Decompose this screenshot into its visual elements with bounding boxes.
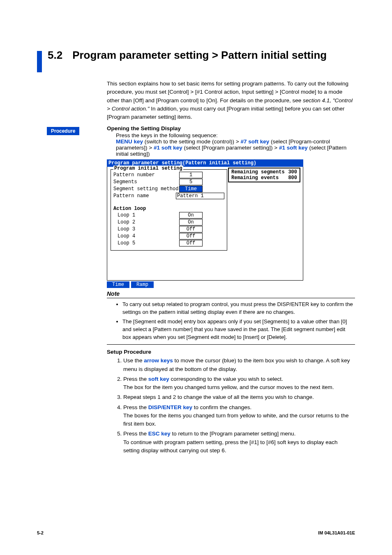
key-sequence: MENU key (switch to the setting mode (co… — [116, 138, 355, 157]
accent-bar — [37, 51, 42, 72]
procedure-tag: Procedure — [47, 127, 79, 135]
loop2-value[interactable]: On — [179, 219, 203, 226]
section-number: 5.2 — [48, 49, 62, 61]
loop4-value[interactable]: Off — [179, 233, 203, 240]
remaining-segments-value: 300 — [285, 169, 297, 175]
screen-body: Remaining segments 300 Remaining events … — [107, 167, 303, 281]
disp-enter-key: DISP/ENTER key — [148, 404, 192, 410]
loop5-value[interactable]: Off — [179, 240, 203, 246]
section-title: Program parameter setting > Pattern init… — [72, 49, 327, 62]
remaining-segments-label: Remaining segments — [231, 169, 285, 175]
intro-paragraph: This section explains how to set basic i… — [107, 80, 355, 121]
group-title: Program initial setting — [113, 166, 183, 171]
seg-method-value[interactable]: Time — [179, 186, 203, 192]
pattern-name-value[interactable]: Pattern 1 — [176, 193, 224, 199]
step-1: Use the arrow keys to move the cursor (b… — [123, 357, 355, 373]
loop3-label: Loop 3 — [113, 226, 179, 232]
loop1-value[interactable]: On — [179, 212, 203, 219]
section-header: 5.2 Program parameter setting > Pattern … — [37, 49, 355, 72]
segments-label: Segments — [113, 179, 179, 185]
softkey-bar: Time Ramp — [107, 281, 303, 288]
doc-id: IM 04L31A01-01E — [318, 530, 355, 535]
note-heading: Note — [107, 290, 355, 297]
esc-key: ESC key — [148, 431, 171, 437]
segments-value[interactable]: 5 — [179, 179, 203, 185]
seg-method-label: Segment setting method — [113, 186, 179, 192]
loop2-label: Loop 2 — [113, 219, 179, 225]
status-box: Remaining segments 300 Remaining events … — [228, 168, 300, 182]
setup-steps: Use the arrow keys to move the cursor (b… — [107, 357, 355, 455]
step-4: Press the DISP/ENTER key to confirm the … — [123, 403, 355, 428]
opening-heading: Opening the Setting Display — [107, 125, 355, 131]
note-rule-top — [107, 298, 355, 298]
soft-key: soft key — [148, 376, 169, 382]
loop5-label: Loop 5 — [113, 240, 179, 246]
step-5: Press the ESC key to return to the [Prog… — [123, 430, 355, 455]
softkey-ramp[interactable]: Ramp — [131, 281, 154, 288]
note-rule-bottom — [107, 344, 355, 345]
loop4-label: Loop 4 — [113, 233, 179, 239]
step-2: Press the soft key corresponding to the … — [123, 375, 355, 392]
loop1-label: Loop 1 — [113, 212, 179, 218]
remaining-events-label: Remaining events — [231, 175, 285, 181]
setup-heading: Setup Procedure — [107, 349, 355, 355]
softkey-7: #7 soft key — [241, 138, 270, 145]
note-list: To carry out setup related to program co… — [107, 301, 355, 341]
arrow-keys: arrow keys — [144, 357, 173, 364]
softkey-time[interactable]: Time — [107, 281, 129, 288]
softkey-1a: #1 soft key — [154, 145, 182, 151]
pattern-number-value[interactable]: 1 — [179, 172, 203, 178]
remaining-events-value: 800 — [285, 175, 297, 181]
program-initial-group: Program initial setting Pattern number 1… — [111, 169, 227, 251]
action-loop-label: Action loop — [113, 206, 179, 212]
page-number: 5-2 — [37, 530, 44, 535]
loop3-value[interactable]: Off — [179, 226, 203, 233]
setting-screen: Program parameter setting(Pattern initia… — [107, 159, 303, 288]
softkey-1b: #1 soft key — [279, 145, 308, 151]
note-item-1: To carry out setup related to program co… — [122, 301, 355, 316]
opening-line1: Press the keys in the following sequence… — [116, 132, 355, 138]
step-3: Repeat steps 1 and 2 to change the value… — [123, 393, 355, 401]
menu-key: MENU key — [116, 138, 143, 145]
page-footer: 5-2 IM 04L31A01-01E — [37, 530, 355, 535]
note-item-2: The [Segment edit mode] entry box appear… — [122, 318, 355, 341]
pattern-name-label: Pattern name — [113, 193, 176, 199]
pattern-number-label: Pattern number — [113, 172, 179, 178]
